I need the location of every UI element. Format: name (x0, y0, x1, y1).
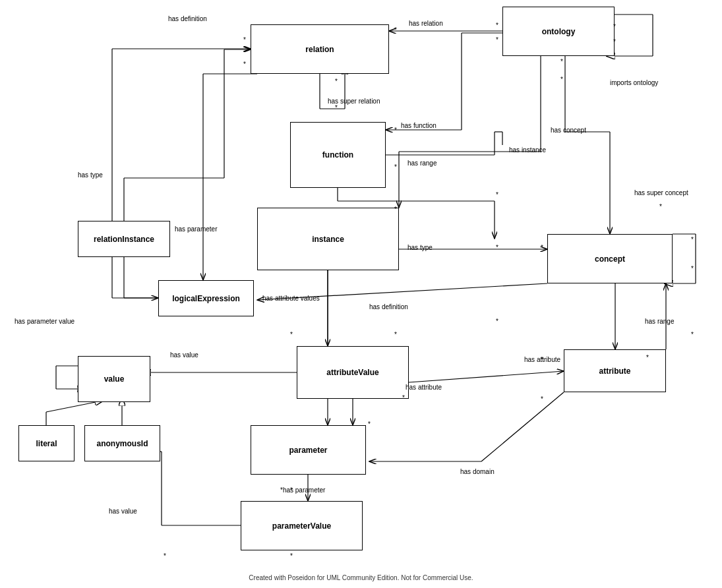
logical-expression-box: logicalExpression (158, 280, 254, 316)
instance-label: instance (312, 235, 344, 244)
mult-11: * (560, 76, 563, 83)
logical-expression-label: logicalExpression (172, 294, 240, 303)
attribute-box: attribute (564, 349, 666, 392)
parameter-value-box: parameterValue (241, 501, 363, 550)
attribute-label: attribute (599, 367, 631, 376)
attribute-value-label: attributeValue (326, 368, 378, 377)
relation-label: relation (305, 45, 334, 54)
relation-box: relation (251, 24, 389, 74)
anonymous-id-label: anonymousId (96, 439, 148, 448)
footer-text: Created with Poseidon for UML Community … (249, 574, 473, 581)
label-has-instance: has instance (509, 146, 546, 154)
relation-instance-box: relationInstance (78, 221, 170, 257)
mult-8: * (394, 127, 397, 134)
mult-12: * (613, 38, 616, 45)
label-has-parameter-2: *has parameter (280, 486, 325, 494)
value-box: value (78, 356, 150, 402)
label-has-attribute-1: has attribute (406, 384, 442, 391)
label-has-relation: has relation (409, 20, 443, 27)
mult-25: * (402, 394, 405, 401)
label-imports-ontology: imports ontology (610, 79, 658, 86)
literal-box: literal (18, 425, 75, 461)
ontology-box: ontology (502, 7, 615, 56)
function-box: function (290, 122, 386, 188)
value-label: value (104, 374, 125, 384)
mult-26: * (541, 396, 543, 403)
mult-3: * (496, 22, 498, 29)
mult-1: * (243, 36, 246, 44)
ontology-label: ontology (542, 27, 576, 36)
label-has-definition-2: has definition (369, 303, 408, 310)
label-has-type-1: has type (78, 171, 103, 179)
mult-24: * (541, 356, 543, 363)
label-has-range-1: has range (407, 160, 436, 167)
mult-6: * (335, 78, 338, 85)
mult-14: * (496, 191, 498, 198)
footer: Created with Poseidon for UML Community … (0, 574, 722, 581)
parameter-label: parameter (289, 446, 327, 455)
mult-19: * (691, 236, 694, 243)
svg-line-47 (46, 402, 96, 412)
mult-31: * (290, 552, 293, 560)
mult-22: * (394, 331, 397, 338)
anonymous-id-box: anonymousId (84, 425, 160, 461)
mult-23: * (496, 318, 498, 325)
mult-10: * (560, 58, 563, 65)
svg-line-49 (409, 371, 564, 382)
svg-line-58 (481, 392, 564, 461)
label-has-domain: has domain (460, 468, 495, 475)
mult-9: * (496, 36, 498, 44)
label-has-super-concept: has super concept (634, 189, 688, 196)
parameter-box: parameter (251, 425, 366, 475)
mult-17: * (541, 244, 543, 251)
mult-29: * (368, 421, 371, 428)
mult-27: * (646, 354, 649, 361)
label-has-range-2: has range (645, 318, 674, 325)
mult-13: * (394, 163, 397, 171)
relation-instance-label: relationInstance (94, 235, 154, 244)
label-has-parameter: has parameter (175, 225, 217, 233)
label-has-concept: has concept (551, 127, 586, 134)
mult-18: * (659, 203, 662, 210)
literal-label: literal (36, 439, 57, 448)
concept-label: concept (595, 254, 625, 264)
mult-7: * (335, 104, 338, 111)
mult-4: * (613, 23, 616, 30)
mult-20: * (691, 265, 694, 272)
concept-box: concept (547, 234, 673, 283)
label-has-attribute-values: has attribute values (262, 295, 320, 302)
mult-2: * (394, 26, 397, 34)
attribute-value-box: attributeValue (297, 346, 409, 399)
parameter-value-label: parameterValue (272, 521, 331, 531)
mult-30: * (290, 486, 293, 494)
mult-32: * (164, 552, 166, 560)
function-label: function (322, 150, 353, 160)
mult-21: * (290, 331, 293, 338)
mult-16: * (496, 244, 498, 251)
instance-box: instance (257, 208, 399, 270)
label-has-definition-1: has definition (168, 15, 207, 22)
mult-15: * (394, 206, 397, 213)
diagram-container: ontology relation function instance conc… (0, 0, 722, 588)
diagram-svg (0, 0, 722, 588)
label-has-function: has function (401, 122, 436, 129)
mult-28: * (691, 331, 694, 338)
label-has-parameter-value: has parameter value (15, 318, 75, 325)
mult-5: * (243, 61, 246, 68)
label-has-value-2: has value (109, 508, 137, 515)
label-has-type-2: has type (407, 244, 433, 251)
label-has-value-1: has value (170, 351, 198, 359)
